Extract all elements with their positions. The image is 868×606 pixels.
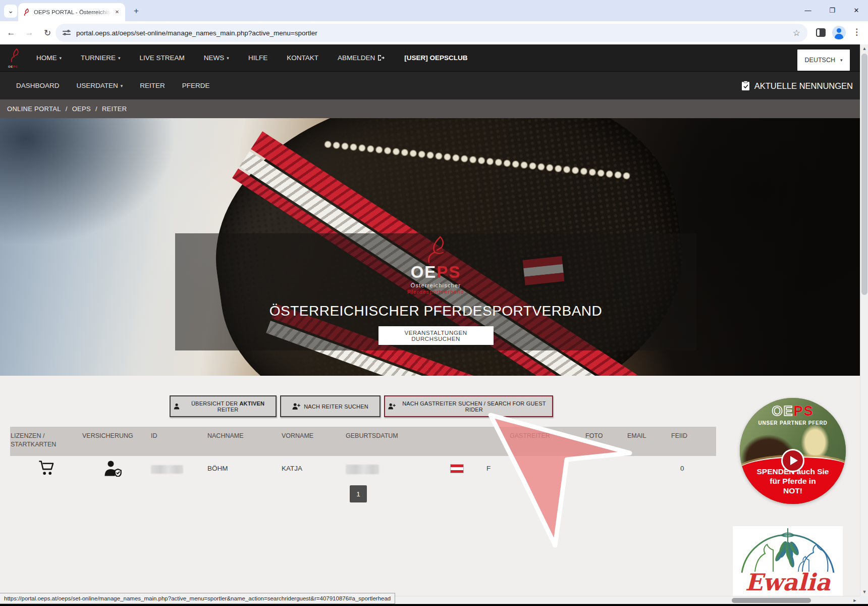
birthdate-redacted [346,465,379,474]
nav-turniere[interactable]: TURNIERE▾ [81,54,121,62]
play-button-icon[interactable] [781,449,804,472]
oeps-logo[interactable]: OEPS [8,48,23,68]
nav-news[interactable]: NEWS▾ [204,54,229,62]
browser-titlebar: ⌄ OEPS PORTAL - Österreichischer ✕ + — ❐… [0,0,868,21]
col-lizenzen: LIZENZEN / STARTKARTEN [11,432,74,449]
logout-icon [377,55,385,61]
col-email: EMAIL [627,432,646,440]
insurance-person-shield-icon[interactable] [104,460,122,477]
veranstaltungen-durchsuchen-button[interactable]: VERANSTALTUNGEN DURCHSUCHEN [378,326,494,345]
breadcrumb-reiter: REITER [102,105,127,113]
nach-reiter-suchen-button[interactable]: NACH REITER SUCHEN [280,395,381,417]
browser-menu-icon[interactable]: ⋮ [852,27,861,37]
clipboard-check-icon [741,81,750,91]
vertical-scrollbar[interactable]: ▲ ▼ [860,44,868,596]
oeps-horse-icon [420,235,451,265]
language-select[interactable]: DEUTSCH ▾ [797,49,850,71]
nav-hilfe[interactable]: HILFE [248,54,267,62]
subnav-reiter[interactable]: REITER [140,82,165,89]
uebersicht-aktive-reiter-button[interactable]: ÜBERSICHT DER AKTIVEN REITER [170,395,277,417]
side-panel-icon[interactable] [816,28,826,37]
nav-user-oepsclub[interactable]: [USER] OEPSCLUB [404,54,467,62]
subnav-dashboard[interactable]: DASHBOARD [16,82,60,89]
status-url: https://portal.oeps.at/oeps/set-online/m… [4,595,391,601]
id-redacted [151,465,183,474]
col-versicherung: VERSICHERUNG [82,432,133,440]
tab-search-icon[interactable]: ⌄ [4,5,17,18]
ewalia-wordmark: Ewalia [733,571,843,594]
cell-feiid: 0 [680,465,684,472]
browser-toolbar: ← → ↻ portal.oeps.at/oeps/set-online/man… [0,21,868,44]
browser-window: ⌄ OEPS PORTAL - Österreichischer ✕ + — ❐… [0,0,868,606]
reload-icon[interactable]: ↻ [40,28,55,38]
table-row: BÖHM KATJA F 0 [10,456,716,484]
restore-icon[interactable]: ❐ [825,3,840,18]
ewalia-sponsor-logo[interactable]: Ewalia [733,526,843,597]
austria-flag-icon [450,464,464,473]
new-tab-icon[interactable]: + [130,5,142,17]
cart-icon[interactable] [38,460,56,476]
main-navbar: OEPS HOME▾ TURNIERE▾ LIVE STREAM NEWS▾ H… [0,44,860,71]
subnav-userdaten[interactable]: USERDATEN▾ [77,82,123,89]
cell-gastreiter: F [486,465,491,472]
subnav-pferde[interactable]: PFERDE [182,82,210,89]
scroll-up-icon[interactable]: ▲ [860,46,868,51]
pagination-page-1[interactable]: 1 [350,485,367,502]
forward-icon: → [22,28,36,38]
horizontal-scroll-thumb[interactable] [732,598,811,603]
nav-kontakt[interactable]: KONTAKT [287,54,318,62]
hero-overlay: OEPS Österreichischer Pferdesportverband… [175,233,696,350]
url-text[interactable]: portal.oeps.at/oeps/set-online/manage_na… [76,29,789,37]
chevron-down-icon: ▾ [840,58,843,63]
chevron-down-icon: ▾ [118,56,121,61]
favicon-oeps-icon [22,8,30,16]
ewalia-animals-art [733,526,843,574]
scroll-down-icon[interactable]: ▼ [860,589,868,594]
vertical-scroll-thumb[interactable] [861,54,867,295]
minimize-icon[interactable]: — [800,3,816,18]
chevron-down-icon: ▾ [227,56,229,61]
main-menu: HOME▾ TURNIERE▾ LIVE STREAM NEWS▾ HILFE … [36,54,467,62]
person-plus-icon [292,403,300,410]
sub-menu: DASHBOARD USERDATEN▾ REITER PFERDE [16,82,210,89]
col-id: ID [151,432,157,440]
sub-navbar: DASHBOARD USERDATEN▾ REITER PFERDE AKTUE… [0,71,860,99]
partner-subtitle: UNSER PARTNER PFERD [740,420,846,426]
breadcrumb-oeps[interactable]: OEPS [72,105,91,113]
col-vorname: VORNAME [282,432,313,440]
scroll-right-icon[interactable]: ► [851,598,859,603]
nav-abmelden[interactable]: ABMELDEN [338,54,385,62]
person-icon [174,403,180,410]
breadcrumb-separator: / [95,105,97,113]
site-settings-icon[interactable] [63,30,71,36]
back-icon[interactable]: ← [4,28,18,38]
nav-home[interactable]: HOME▾ [36,54,62,62]
url-input[interactable]: portal.oeps.at/oeps/set-online/manage_na… [56,24,807,42]
tab-close-icon[interactable]: ✕ [113,8,121,16]
bookmark-star-icon[interactable]: ☆ [793,28,800,38]
cell-vorname: KATJA [282,465,302,472]
oeps-horse-icon [8,48,21,63]
profile-avatar[interactable] [832,26,846,39]
page-title: ÖSTERREICHISCHER PFERDESPORTVERBAND [269,303,603,319]
browser-tab[interactable]: OEPS PORTAL - Österreichischer ✕ [18,3,125,21]
oeps-partner-banner[interactable]: OEPS UNSER PARTNER PFERD SPENDEN auch Si… [740,398,846,504]
oeps-hero-logo: OEPS Österreichischer Pferdesportverband [407,235,464,295]
close-icon[interactable]: ✕ [849,3,864,18]
window-controls: — ❐ ✕ [800,0,864,21]
nach-gastreiter-suchen-button[interactable]: NACH GASTREITER SUCHEN / SEARCH FOR GUES… [384,395,553,417]
col-geburtsdatum: GEBURTSDATUM [346,432,398,440]
breadcrumb-separator: / [66,105,68,113]
tab-title: OEPS PORTAL - Österreichischer [34,9,113,15]
breadcrumb-online-portal[interactable]: ONLINE PORTAL [7,105,61,113]
col-feiid: FEIID [671,432,687,440]
person-plus-icon [388,403,396,410]
col-nachname: NACHNAME [207,432,244,440]
chevron-down-icon: ▾ [121,83,123,88]
window-bottom-edge [0,604,868,606]
nav-livestream[interactable]: LIVE STREAM [140,54,185,62]
chevron-down-icon: ▾ [60,56,62,61]
aktuelle-nennungen-link[interactable]: AKTUELLE NENNUNGEN [741,72,853,100]
status-bar: https://portal.oeps.at/oeps/set-online/m… [0,593,395,604]
cell-nachname: BÖHM [207,465,228,472]
